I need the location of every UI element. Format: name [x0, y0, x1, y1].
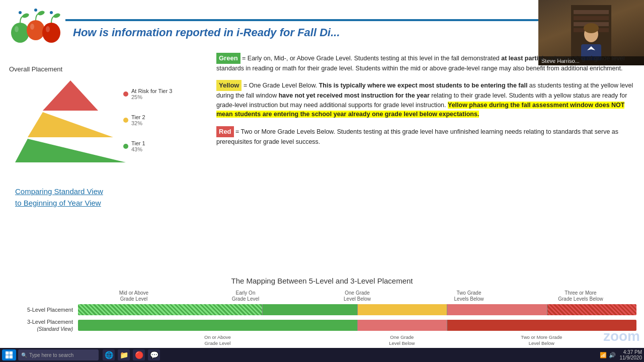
- divider-3level-1: [357, 320, 358, 331]
- svg-rect-26: [10, 351, 13, 355]
- mapping-column-headers: Mid or AboveGrade Level Early OnGrade Le…: [8, 290, 636, 304]
- logo-icon: [7, 7, 62, 47]
- divider-4: [547, 304, 547, 315]
- legend-label-tier3: At Risk for Tier 3: [131, 88, 172, 94]
- col-header-3: One GradeLevel Below: [301, 290, 413, 302]
- pyramid-legend: At Risk for Tier 3 25% Tier 2 32% Tier 1…: [123, 88, 172, 152]
- mapping-title: The Mapping Between 5-Level and 3-Level …: [8, 277, 636, 285]
- zoom-watermark: zoom: [603, 328, 640, 344]
- col-header-1: Mid or AboveGrade Level: [78, 290, 190, 302]
- slide-title: How is information reported in i-Ready f…: [73, 26, 606, 39]
- legend-item-tier3: At Risk for Tier 3 25%: [123, 88, 172, 100]
- svg-marker-23: [28, 112, 113, 137]
- placement-3level-bar: [78, 320, 636, 331]
- svg-point-1: [22, 13, 30, 19]
- svg-point-6: [42, 23, 60, 43]
- red-def-text: = Two or More Grade Levels Below. Studen…: [216, 128, 618, 145]
- mapping-section: The Mapping Between 5-Level and 3-Level …: [8, 277, 636, 346]
- svg-point-3: [27, 20, 45, 40]
- bar-bottom-labels: On or AboveGrade Level One GradeLevel Be…: [8, 334, 636, 346]
- taskbar-date-display: 11/9/2020: [620, 355, 642, 360]
- svg-rect-25: [6, 351, 9, 355]
- red-definition-block: Red = Two or More Grade Levels Below. St…: [216, 126, 636, 146]
- placement-3level-label: 3-Level Placement (Standard View): [8, 318, 78, 333]
- svg-rect-28: [10, 355, 13, 359]
- red-label: Red: [216, 126, 234, 137]
- pyramid-chart: [10, 78, 131, 166]
- legend-item-tier2: Tier 2 32%: [123, 114, 172, 126]
- person-silhouette: [571, 5, 611, 60]
- placement-3level-sub: (Standard View): [37, 326, 73, 332]
- svg-point-21: [584, 23, 599, 33]
- svg-point-4: [37, 10, 45, 16]
- svg-point-8: [46, 26, 50, 32]
- placement-5level-row: 5-Level Placement: [8, 304, 636, 315]
- bar-label-on-above: On or AboveGrade Level: [78, 334, 357, 346]
- placement-3level-main: 3-Level Placement: [27, 319, 73, 325]
- svg-point-5: [30, 24, 34, 30]
- legend-label-tier2: Tier 2: [131, 114, 145, 120]
- green-definition-block: Green = Early on, Mid-, or Above Grade L…: [216, 53, 636, 73]
- ie-icon: 🌐: [105, 351, 113, 359]
- logo-area: [4, 4, 64, 49]
- svg-point-11: [50, 11, 53, 14]
- svg-point-10: [34, 9, 37, 12]
- taskbar-right-area: 📶 🔊 4:37 PM 11/9/2020: [600, 349, 642, 360]
- folder-icon: 📁: [120, 351, 128, 359]
- divider-3level-2: [447, 320, 447, 331]
- taskbar-icon-explorer[interactable]: 📁: [118, 349, 130, 360]
- taskbar-icon-teams[interactable]: 💬: [148, 349, 160, 360]
- svg-point-7: [53, 13, 61, 19]
- taskbar: 🔍 Type here to search 🌐 📁 🔴 💬 📶 🔊 4:37 P…: [0, 348, 644, 362]
- bar-yellow: [357, 304, 447, 315]
- svg-point-9: [19, 11, 22, 14]
- placement-3level-row: 3-Level Placement (Standard View): [8, 318, 636, 333]
- bar-red-dark-hatch: [547, 304, 636, 315]
- top-bar: [65, 19, 614, 21]
- yellow-highlight-text: Yellow phase during the fall assessment …: [216, 102, 624, 118]
- bar-green-solid: [262, 304, 357, 315]
- taskbar-search-placeholder: Type here to search: [29, 352, 73, 358]
- svg-marker-22: [43, 80, 98, 111]
- placement-5level-bar: [78, 304, 636, 315]
- yellow-definition-block: Yellow = One Grade Level Below. This is …: [216, 80, 636, 119]
- legend-item-tier1: Tier 1 43%: [123, 140, 172, 152]
- legend-pct-tier1: 43%: [131, 146, 145, 152]
- comparing-link-line2: to Beginning of Year View: [15, 199, 101, 207]
- divider-3: [447, 304, 447, 315]
- yellow-def-text: = One Grade Level Below. This is typical…: [216, 82, 633, 118]
- comparing-link-line1: Comparing Standard View: [15, 187, 103, 196]
- chrome-icon: 🔴: [135, 351, 143, 359]
- taskbar-clock: 4:37 PM 11/9/2020: [620, 349, 642, 360]
- yellow-label: Yellow: [216, 80, 242, 91]
- svg-rect-13: [574, 10, 609, 14]
- bar-3level-red-light: [357, 320, 447, 331]
- col-header-4: Two GradeLevels Below: [413, 290, 525, 302]
- svg-point-2: [15, 26, 19, 32]
- svg-point-0: [11, 23, 29, 43]
- divider-2: [357, 304, 358, 315]
- bar-label-one-grade: One GradeLevel Below: [357, 334, 447, 346]
- volume-icon: 🔊: [609, 352, 616, 358]
- col-header-5: Three or MoreGrade Levels Below: [525, 290, 636, 302]
- green-label: Green: [216, 53, 240, 64]
- search-icon: 🔍: [21, 352, 27, 358]
- windows-start-button[interactable]: [2, 349, 16, 360]
- legend-pct-tier3: 25%: [131, 94, 172, 100]
- bar-green-hatch: [78, 304, 262, 315]
- svg-marker-24: [15, 139, 126, 162]
- taskbar-icon-chrome[interactable]: 🔴: [133, 349, 145, 360]
- overall-placement-label: Overall Placement: [9, 65, 62, 73]
- taskbar-system-tray: 📶 🔊: [600, 352, 616, 358]
- taskbar-time-display: 4:37 PM: [620, 349, 642, 355]
- legend-dot-red: [123, 92, 128, 97]
- taskbar-icon-ie[interactable]: 🌐: [103, 349, 115, 360]
- green-def-text: = Early on, Mid-, or Above Grade Level. …: [216, 55, 625, 72]
- taskbar-search-box[interactable]: 🔍 Type here to search: [18, 349, 99, 360]
- divider-1: [262, 304, 263, 315]
- network-icon: 📶: [600, 352, 607, 358]
- bar-3level-green: [78, 320, 357, 331]
- taskbar-app-icons: 🌐 📁 🔴 💬: [103, 349, 160, 360]
- comparing-link[interactable]: Comparing Standard View to Beginning of …: [15, 186, 103, 209]
- svg-rect-14: [574, 16, 609, 20]
